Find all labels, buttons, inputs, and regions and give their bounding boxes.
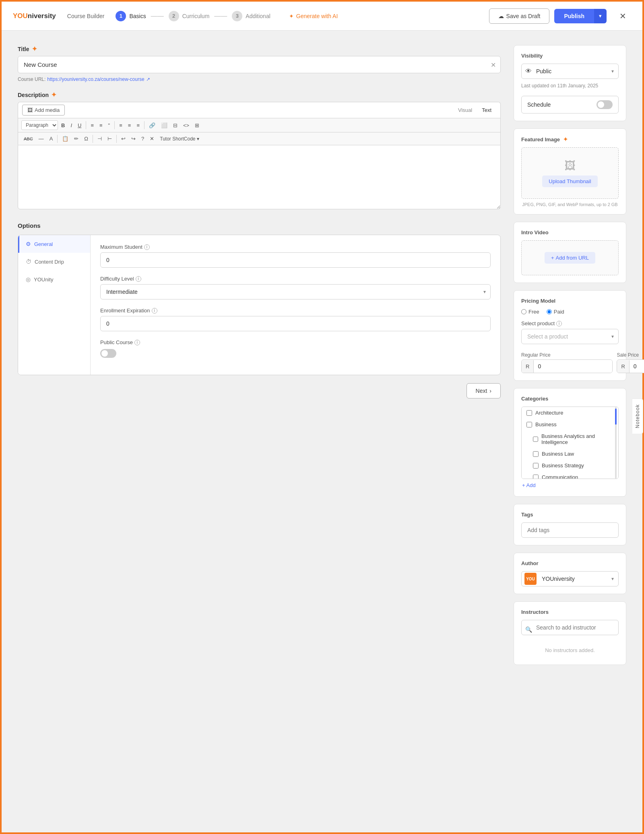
category-checkbox-strategy[interactable]	[533, 463, 539, 469]
generate-ai-button[interactable]: ✦ Generate with AI	[283, 10, 344, 23]
tutor-shortcode-button[interactable]: Tutor ShortCode ▾	[157, 134, 202, 143]
author-title: Author	[521, 560, 619, 566]
categories-scroll-thumb	[615, 409, 617, 425]
instructors-section: Instructors 🔍 No instructors added.	[514, 601, 626, 665]
category-checkbox-analytics[interactable]	[533, 436, 538, 442]
publish-dropdown-button[interactable]: ▾	[594, 9, 607, 23]
free-radio-label[interactable]: Free	[521, 309, 539, 315]
step-curriculum[interactable]: 2 Curriculum	[169, 11, 210, 21]
bold-button[interactable]: B	[59, 121, 67, 130]
editor-toolbar-row1: Paragraph B I U ≡ ≡ " ≡ ≡ ≡ 🔗 ⬜ ⊟ <> ⊞	[18, 118, 501, 132]
toolbar-divider-3	[144, 121, 144, 129]
title-ai-sparkle-icon: ✦	[32, 45, 37, 53]
abc-button[interactable]: ABC	[21, 135, 35, 143]
paragraph-select[interactable]: Paragraph	[21, 120, 58, 130]
ai-icon: ✦	[289, 13, 294, 19]
omega-button[interactable]: Ω	[82, 134, 91, 143]
align-center-button[interactable]: ≡	[126, 121, 134, 130]
visibility-select[interactable]: Public Private Password Protected	[521, 64, 619, 79]
link-button[interactable]: 🔗	[147, 121, 158, 130]
align-left-button[interactable]: ≡	[117, 121, 125, 130]
options-tab-general[interactable]: ⚙ General	[18, 235, 90, 253]
visual-tab[interactable]: Visual	[453, 105, 477, 115]
title-clear-button[interactable]: ✕	[491, 61, 496, 68]
font-color-button[interactable]: A	[47, 134, 56, 143]
italic-button[interactable]: I	[68, 121, 74, 130]
step-label-basics: Basics	[129, 13, 146, 19]
tags-input[interactable]	[521, 522, 619, 538]
sale-price-input[interactable]	[630, 360, 644, 373]
difficulty-select[interactable]: Beginner Intermediate Advanced Expert	[100, 284, 491, 299]
regular-price-label: Regular Price	[521, 352, 613, 358]
help-button[interactable]: ?	[139, 134, 147, 143]
blockquote-button[interactable]: "	[106, 121, 113, 130]
list-item: Architecture	[522, 407, 618, 419]
public-course-toggle[interactable]	[100, 349, 116, 358]
publish-btn-group: Publish ▾	[554, 9, 607, 23]
add-media-button[interactable]: 🖼 Add media	[22, 105, 65, 116]
description-editor[interactable]	[18, 145, 501, 209]
enrollment-input[interactable]	[100, 316, 491, 331]
free-radio[interactable]	[521, 309, 526, 314]
paid-radio-label[interactable]: Paid	[547, 309, 564, 315]
save-draft-button[interactable]: ☁ Save as Draft	[489, 8, 550, 24]
difficulty-select-wrapper: Beginner Intermediate Advanced Expert ▾	[100, 284, 491, 299]
max-student-input[interactable]	[100, 252, 491, 268]
category-checkbox-business[interactable]	[526, 422, 532, 427]
category-checkbox-law[interactable]	[533, 451, 539, 457]
price-inputs: Regular Price R Sale Price R	[521, 352, 619, 373]
ordered-list-button[interactable]: ≡	[97, 121, 105, 130]
content-drip-tab-label: Content Drip	[35, 259, 64, 265]
featured-image-section: Featured Image ✦ 🖼 Upload Thumbnail JPEG…	[514, 128, 626, 215]
align-right-button[interactable]: ≡	[134, 121, 142, 130]
author-select-wrapper: YOU YOUniversity ▾	[521, 571, 619, 586]
step-divider-1: ——	[151, 12, 164, 20]
add-from-url-button[interactable]: + Add from URL	[545, 252, 595, 264]
undo-button[interactable]: ↩	[119, 134, 128, 143]
close-button[interactable]: ✕	[615, 8, 631, 24]
hr-button[interactable]: —	[36, 134, 46, 143]
unordered-list-button[interactable]: ≡	[88, 121, 96, 130]
options-tab-content-drip[interactable]: ⏱ Content Drip	[18, 253, 90, 270]
publish-button[interactable]: Publish	[554, 9, 594, 23]
category-checkbox-architecture[interactable]	[526, 410, 532, 416]
next-button[interactable]: Next ›	[466, 383, 501, 398]
redo-button[interactable]: ↪	[129, 134, 138, 143]
text-tab[interactable]: Text	[477, 105, 496, 115]
step-basics[interactable]: 1 Basics	[116, 11, 146, 21]
desc-ai-sparkle-icon: ✦	[51, 91, 56, 99]
schedule-toggle-knob	[598, 101, 604, 108]
title-input-wrapper: ✕	[18, 56, 501, 73]
course-url-link[interactable]: https://youniversity.co.za/courses/new-c…	[47, 76, 144, 82]
featured-image-title: Featured Image ✦	[521, 136, 619, 142]
category-checkbox-communication[interactable]	[533, 475, 539, 479]
add-category-button[interactable]: + Add	[521, 479, 537, 489]
schedule-toggle[interactable]	[597, 100, 613, 109]
options-tab-younity[interactable]: ◎ YOUnity	[18, 270, 90, 288]
outdent-button[interactable]: ⊣	[95, 134, 104, 143]
category-label-business: Business	[535, 421, 557, 427]
options-section: Options ⚙ General ⏱ Content Drip ◎	[18, 222, 501, 375]
edit-button[interactable]: ✏	[72, 134, 81, 143]
fullscreen-button[interactable]: ⊞	[192, 121, 202, 130]
underline-button[interactable]: U	[75, 121, 84, 130]
indent-button[interactable]: ⊢	[105, 134, 114, 143]
public-course-field: Public Course i	[100, 339, 491, 358]
select-product-dropdown[interactable]: Select a product	[521, 329, 619, 344]
title-input[interactable]	[18, 56, 501, 73]
instructor-search-input[interactable]	[521, 620, 619, 635]
kitchen-sink-button[interactable]: ✕	[147, 134, 157, 143]
select-product-info-icon: i	[556, 321, 562, 326]
paid-radio[interactable]	[547, 309, 552, 314]
regular-price-input[interactable]	[534, 360, 612, 373]
upload-thumbnail-button[interactable]: Upload Thumbnail	[542, 175, 597, 187]
notebook-tab[interactable]: Notebook	[632, 398, 643, 434]
difficulty-field: Difficulty Level i Beginner Intermediate…	[100, 276, 491, 299]
table-button[interactable]: ⊟	[171, 121, 180, 130]
image-button[interactable]: ⬜	[159, 121, 170, 130]
general-tab-label: General	[34, 241, 53, 247]
step-additional[interactable]: 3 Additional	[232, 11, 270, 21]
step-num-2: 2	[169, 11, 179, 21]
code-button[interactable]: <>	[181, 121, 192, 130]
paste-button[interactable]: 📋	[60, 134, 71, 143]
